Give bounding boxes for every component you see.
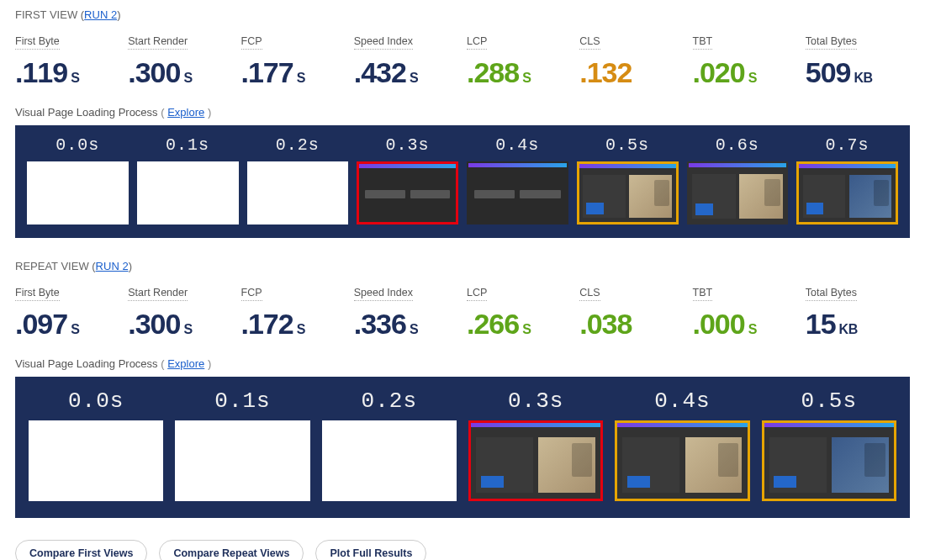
metric-cls: CLS.038 (579, 284, 684, 341)
metric-value: .432S (354, 56, 458, 89)
metric-value: .097S (15, 308, 119, 341)
metric-speed-index: Speed Index.336S (354, 284, 458, 341)
filmstrip-frame[interactable]: 0.4s (467, 135, 568, 225)
metric-start-render: Start Render.300S (128, 284, 232, 341)
metric-tbt: TBT.000S (693, 284, 797, 341)
frame-time-label: 0.1s (214, 388, 270, 414)
filmstrip-frame[interactable]: 0.7s (796, 135, 898, 225)
frame-thumbnail[interactable] (247, 161, 349, 225)
frame-thumbnail[interactable] (357, 161, 458, 225)
metric-value: .020S (693, 56, 797, 89)
frame-thumbnail[interactable] (29, 420, 163, 500)
frame-thumbnail[interactable] (467, 161, 568, 225)
metric-label: Speed Index (354, 35, 413, 50)
frame-thumbnail[interactable] (468, 420, 603, 500)
filmstrip-frame[interactable]: 0.1s (137, 135, 239, 225)
first-view-explore-link[interactable]: Explore (167, 106, 204, 119)
first-view-metrics: First Byte.119SStart Render.300SFCP.177S… (15, 33, 910, 89)
metric-label: Total Bytes (806, 287, 857, 301)
filmstrip-frame[interactable]: 0.2s (247, 135, 349, 225)
frame-thumbnail[interactable] (577, 161, 679, 225)
frame-thumbnail[interactable] (27, 161, 129, 225)
metric-value: .119S (15, 56, 119, 89)
frame-time-label: 0.5s (605, 135, 649, 155)
metric-label: Start Render (128, 287, 188, 301)
metric-value: .300S (128, 56, 232, 89)
metric-cls: CLS.132 (579, 33, 684, 89)
metric-value: .336S (354, 308, 458, 341)
metric-fcp: FCP.172S (241, 284, 346, 341)
metric-value: 509KB (806, 56, 910, 89)
frame-time-label: 0.2s (276, 135, 320, 155)
metric-value: .177S (241, 56, 346, 89)
frame-time-label: 0.7s (826, 135, 870, 155)
compare-first-views-button[interactable]: Compare First Views (15, 540, 147, 560)
first-view-header: FIRST VIEW (RUN 2) (15, 8, 910, 21)
plot-full-results-button[interactable]: Plot Full Results (315, 540, 426, 560)
frame-thumbnail[interactable] (687, 161, 789, 225)
repeat-view-run-link[interactable]: RUN 2 (96, 260, 129, 272)
filmstrip-frame[interactable]: 0.6s (687, 135, 789, 225)
repeat-view-metrics: First Byte.097SStart Render.300SFCP.172S… (15, 284, 910, 341)
frame-time-label: 0.1s (166, 135, 209, 155)
filmstrip-frame[interactable]: 0.5s (762, 388, 896, 500)
frame-time-label: 0.0s (68, 388, 124, 414)
action-buttons: Compare First Views Compare Repeat Views… (15, 540, 910, 560)
metric-label: Start Render (128, 35, 188, 50)
first-view-run-link[interactable]: RUN 2 (84, 8, 117, 21)
metric-label: TBT (693, 287, 713, 301)
repeat-view-filmstrip: 0.0s0.1s0.2s0.3s0.4s0.5s (15, 377, 910, 517)
metric-total-bytes: Total Bytes15KB (806, 284, 910, 341)
filmstrip-frame[interactable]: 0.4s (615, 388, 749, 500)
metric-lcp: LCP.266S (467, 284, 571, 341)
repeat-view-explore-link[interactable]: Explore (167, 357, 204, 370)
metric-value: .038 (579, 308, 684, 341)
frame-time-label: 0.5s (801, 388, 857, 414)
frame-time-label: 0.6s (716, 135, 759, 155)
metric-value: .132 (579, 56, 684, 89)
frame-thumbnail[interactable] (175, 420, 309, 500)
frame-time-label: 0.0s (56, 135, 99, 155)
metric-value: .300S (128, 308, 232, 341)
frame-thumbnail[interactable] (615, 420, 749, 500)
frame-time-label: 0.4s (654, 388, 710, 414)
metric-label: First Byte (15, 287, 60, 301)
metric-value: .288S (467, 56, 571, 89)
filmstrip-frame[interactable]: 0.3s (357, 135, 458, 225)
visual-process-label: Visual Page Loading Process (15, 106, 158, 119)
frame-thumbnail[interactable] (762, 420, 896, 500)
metric-label: First Byte (15, 35, 60, 50)
repeat-view-title: REPEAT VIEW (15, 260, 89, 272)
metric-first-byte: First Byte.097S (15, 284, 119, 341)
first-view-title: FIRST VIEW (15, 8, 77, 21)
metric-start-render: Start Render.300S (128, 33, 232, 89)
metric-lcp: LCP.288S (467, 33, 571, 89)
metric-value: .000S (693, 308, 797, 341)
filmstrip-frame[interactable]: 0.2s (322, 388, 457, 500)
frame-thumbnail[interactable] (322, 420, 457, 500)
metric-label: Speed Index (354, 287, 413, 301)
filmstrip-frame[interactable]: 0.0s (27, 135, 129, 225)
visual-process-label: Visual Page Loading Process (15, 357, 158, 370)
frame-thumbnail[interactable] (796, 161, 898, 225)
first-view-filmstrip: 0.0s0.1s0.2s0.3s0.4s0.5s0.6s0.7s (15, 125, 910, 238)
filmstrip-frame[interactable]: 0.1s (175, 388, 309, 500)
metric-value: .172S (241, 308, 346, 341)
frame-thumbnail[interactable] (137, 161, 239, 225)
metric-tbt: TBT.020S (693, 33, 797, 89)
frame-time-label: 0.2s (362, 388, 417, 414)
metric-label: LCP (467, 35, 487, 50)
frame-time-label: 0.3s (508, 388, 563, 414)
filmstrip-frame[interactable]: 0.0s (29, 388, 163, 500)
compare-repeat-views-button[interactable]: Compare Repeat Views (159, 540, 304, 560)
metric-first-byte: First Byte.119S (15, 33, 119, 89)
metric-fcp: FCP.177S (241, 33, 346, 89)
metric-value: 15KB (806, 308, 910, 341)
filmstrip-frame[interactable]: 0.5s (577, 135, 679, 225)
first-view-visual-header: Visual Page Loading Process ( Explore ) (15, 106, 910, 119)
filmstrip-frame[interactable]: 0.3s (468, 388, 603, 500)
metric-total-bytes: Total Bytes509KB (806, 33, 910, 89)
metric-speed-index: Speed Index.432S (354, 33, 458, 89)
repeat-view-visual-header: Visual Page Loading Process ( Explore ) (15, 357, 910, 370)
frame-time-label: 0.4s (495, 135, 539, 155)
